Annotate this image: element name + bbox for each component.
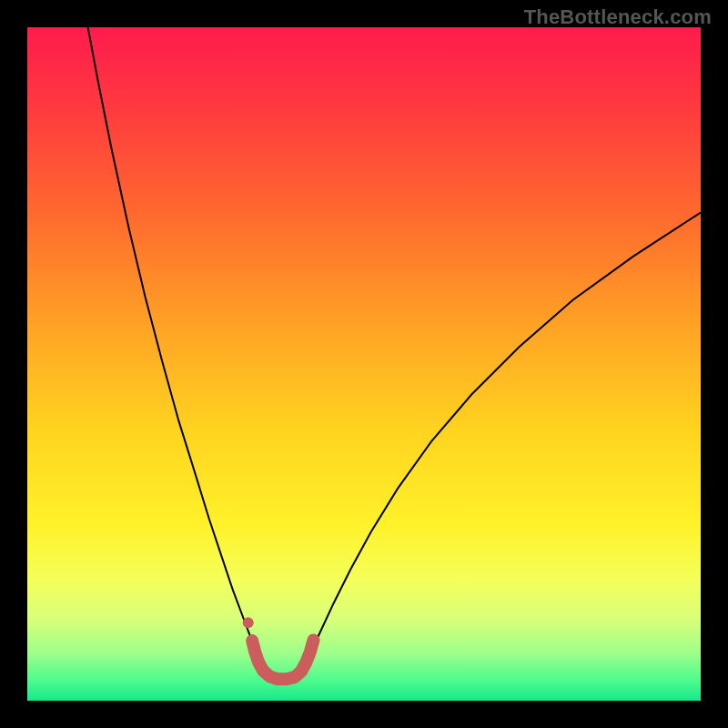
dot-top-left-u	[243, 617, 254, 628]
gradient-background	[27, 27, 701, 701]
chart-frame	[27, 27, 701, 701]
bottleneck-curve-plot	[27, 27, 701, 701]
marker-layer	[243, 617, 254, 628]
watermark-text: TheBottleneck.com	[524, 5, 712, 29]
